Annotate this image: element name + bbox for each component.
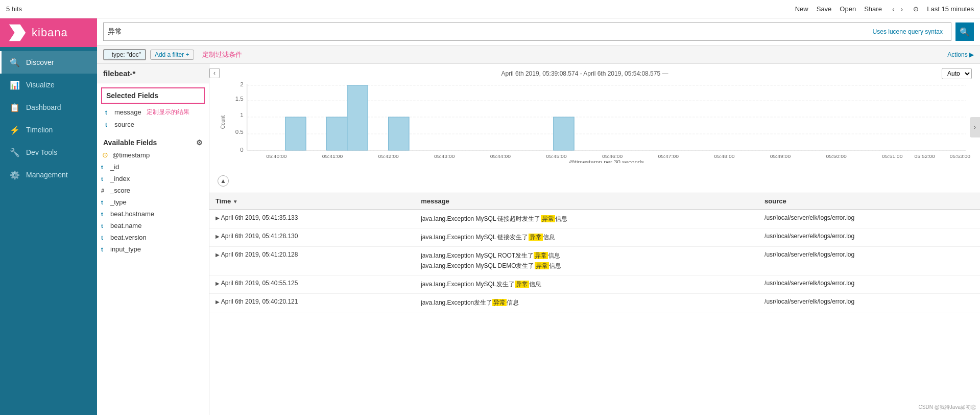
field-name-message: message — [114, 108, 141, 116]
gear-icon[interactable]: ⚙ — [196, 139, 203, 147]
field-type-t-input-type: t — [101, 246, 107, 252]
svg-text:0: 0 — [240, 147, 243, 153]
svg-rect-15 — [326, 117, 347, 150]
lucene-syntax-link[interactable]: Uses lucene query syntax — [873, 28, 943, 35]
collapse-right-button[interactable]: › — [970, 117, 980, 137]
field-item-beat-hostname[interactable]: t beat.hostname — [97, 208, 209, 220]
table-cell-time-4: ▶ April 6th 2019, 05:40:55.125 — [209, 275, 415, 293]
dashboard-icon: 📋 — [10, 102, 20, 112]
table-row: ▶ April 6th 2019, 05:41:28.130 java.lang… — [209, 228, 980, 247]
selected-fields-section: Selected Fields t message 定制显示的结果 t sour… — [97, 83, 209, 134]
search-input-wrap: Uses lucene query syntax — [103, 22, 951, 41]
share-button[interactable]: Share — [864, 5, 882, 13]
field-name-beat-hostname: beat.hostname — [110, 210, 154, 218]
nav-arrows: ‹ › — [890, 4, 905, 14]
svg-text:05:42:00: 05:42:00 — [378, 154, 399, 159]
sidebar-item-discover[interactable]: 🔍 Discover — [0, 51, 97, 74]
left-panel: filebeat-* Selected Fields t message 定制显… — [97, 64, 209, 415]
filter-tag-type[interactable]: _type: "doc" — [103, 49, 146, 60]
table-cell-time-1: ▶ April 6th 2019, 05:41:35.133 — [209, 210, 415, 228]
add-filter-button[interactable]: Add a filter + — [150, 50, 194, 60]
save-button[interactable]: Save — [817, 5, 832, 13]
sidebar-item-label-management: Management — [26, 171, 68, 179]
expand-row-5-button[interactable]: ▶ — [216, 299, 220, 305]
svg-text:05:52:00: 05:52:00 — [914, 154, 935, 159]
sidebar-logo: kibana — [0, 18, 97, 47]
search-input[interactable] — [108, 28, 873, 36]
svg-rect-16 — [347, 85, 368, 150]
chart-area: ‹ April 6th 2019, 05:39:08.574 - April 6… — [209, 64, 980, 193]
sidebar-item-devtools[interactable]: 🔧 Dev Tools — [0, 141, 97, 164]
svg-rect-14 — [285, 117, 306, 150]
field-item-input-type[interactable]: t input_type — [97, 243, 209, 255]
table-cell-message-4: java.lang.Exception MySQL发生了异常信息 — [415, 275, 758, 293]
nav-next-button[interactable]: › — [899, 4, 905, 14]
table-cell-source-3: /usr/local/server/elk/logs/error.log — [758, 247, 980, 275]
table-cell-message-2: java.lang.Exception MySQL 链接发生了异常信息 — [415, 228, 758, 247]
kibana-logo-text: kibana — [32, 26, 68, 39]
table-cell-source-4: /usr/local/server/elk/logs/error.log — [758, 275, 980, 293]
collapse-chart-button[interactable]: ‹ — [209, 68, 220, 78]
search-row: Uses lucene query syntax 🔍 — [97, 18, 980, 45]
svg-text:05:41:00: 05:41:00 — [322, 154, 343, 159]
sidebar-item-label-discover: Discover — [26, 58, 54, 66]
field-name-source: source — [114, 121, 134, 128]
field-item-beat-name[interactable]: t beat.name — [97, 220, 209, 232]
sidebar-item-label-devtools: Dev Tools — [26, 148, 57, 156]
field-type-t-index: t — [101, 176, 107, 182]
time-range-label[interactable]: Last 15 minutes — [927, 5, 974, 13]
table-cell-source-5: /usr/local/server/elk/logs/error.log — [758, 293, 980, 312]
actions-link[interactable]: Actions ▶ — [947, 51, 974, 58]
field-item-timestamp[interactable]: ⊙ @timestamp — [97, 149, 209, 161]
expand-row-1-button[interactable]: ▶ — [216, 215, 220, 221]
app-layout: kibana 🔍 Discover 📊 Visualize 📋 Dashboar… — [0, 18, 980, 415]
table-cell-message-3: java.lang.Exception MySQL ROOT发生了异常信息 ja… — [415, 247, 758, 275]
field-item-source[interactable]: t source — [101, 119, 205, 130]
scroll-up-button[interactable]: ▲ — [218, 175, 229, 187]
field-type-hash-score: # — [101, 188, 107, 194]
nav-prev-button[interactable]: ‹ — [890, 4, 897, 14]
field-item-score[interactable]: # _score — [97, 185, 209, 196]
sidebar-item-dashboard[interactable]: 📋 Dashboard — [0, 96, 97, 119]
sidebar-nav: 🔍 Discover 📊 Visualize 📋 Dashboard ⚡ Tim… — [0, 47, 97, 186]
top-bar: 5 hits New Save Open Share ‹ › ⊙ Last 15… — [0, 0, 980, 18]
index-pattern-header: filebeat-* — [97, 64, 209, 83]
expand-row-4-button[interactable]: ▶ — [216, 281, 220, 286]
timelion-icon: ⚡ — [10, 125, 20, 135]
sidebar-item-management[interactable]: ⚙️ Management — [0, 164, 97, 186]
field-item-id[interactable]: t _id — [97, 161, 209, 173]
expand-row-2-button[interactable]: ▶ — [216, 234, 220, 239]
sidebar-item-timelion[interactable]: ⚡ Timelion — [0, 119, 97, 141]
sidebar: kibana 🔍 Discover 📊 Visualize 📋 Dashboar… — [0, 18, 97, 415]
results-table: Time ▼ message source ▶ — [209, 193, 980, 312]
field-name-beat-name: beat.name — [110, 222, 141, 229]
field-name-index: _index — [110, 175, 130, 182]
available-fields-title: Available Fields — [103, 139, 157, 147]
svg-text:1: 1 — [240, 112, 243, 118]
field-item-index[interactable]: t _index — [97, 173, 209, 185]
sort-arrow-time[interactable]: ▼ — [233, 199, 238, 204]
svg-text:05:45:00: 05:45:00 — [546, 154, 567, 159]
field-type-t-beat-hostname: t — [101, 211, 107, 217]
table-row: ▶ April 6th 2019, 05:40:55.125 java.lang… — [209, 275, 980, 293]
table-cell-source-1: /usr/local/server/elk/logs/error.log — [758, 210, 980, 228]
new-button[interactable]: New — [795, 5, 808, 13]
field-name-id: _id — [110, 163, 119, 171]
table-cell-time-2: ▶ April 6th 2019, 05:41:28.130 — [209, 228, 415, 247]
auto-select-dropdown[interactable]: Auto — [942, 68, 972, 79]
search-button[interactable]: 🔍 — [955, 22, 974, 41]
expand-row-3-button[interactable]: ▶ — [216, 252, 220, 258]
svg-text:05:53:00: 05:53:00 — [950, 154, 971, 159]
table-row: ▶ April 6th 2019, 05:41:35.133 java.lang… — [209, 210, 980, 228]
field-item-message[interactable]: t message 定制显示的结果 — [101, 106, 205, 119]
field-item-type[interactable]: t _type — [97, 196, 209, 208]
filter-row: _type: "doc" Add a filter + 定制过滤条件 Actio… — [97, 45, 980, 64]
custom-filter-label: 定制过滤条件 — [202, 50, 242, 59]
open-button[interactable]: Open — [840, 5, 856, 13]
content-area: Uses lucene query syntax 🔍 _type: "doc" … — [97, 18, 980, 415]
svg-rect-18 — [554, 117, 574, 150]
sidebar-item-visualize[interactable]: 📊 Visualize — [0, 74, 97, 96]
field-item-beat-version[interactable]: t beat.version — [97, 232, 209, 243]
sidebar-item-label-dashboard: Dashboard — [26, 103, 61, 111]
field-type-at-timestamp: ⊙ — [101, 151, 109, 159]
